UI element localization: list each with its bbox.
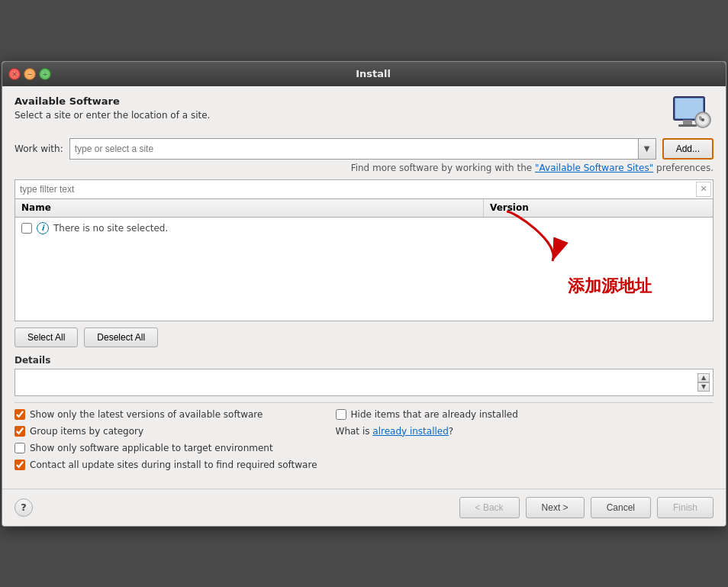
action-buttons-row: Select All Deselect All: [14, 327, 714, 347]
find-more-text-after: preferences.: [653, 163, 714, 173]
header-left: Available Software Select a site or ente…: [14, 95, 210, 121]
deselect-all-button[interactable]: Deselect All: [84, 327, 158, 347]
svg-rect-2: [683, 120, 692, 124]
annotation-text: 添加源地址: [568, 275, 652, 298]
option-what-is-text: What is already installed?: [336, 426, 454, 437]
find-more-text-before: Find more software by working with the: [351, 163, 535, 173]
details-label: Details: [14, 355, 714, 366]
finish-button[interactable]: Finish: [657, 497, 714, 518]
window-title: Install: [57, 68, 689, 79]
cancel-button[interactable]: Cancel: [591, 497, 651, 518]
options-col-left: Show only the latest versions of availab…: [14, 409, 317, 470]
next-button[interactable]: Next >: [526, 497, 585, 518]
annotation-container: 添加源地址: [568, 275, 652, 298]
details-section: Details ▲ ▼: [14, 355, 714, 396]
row-name-text: There is no site selected.: [53, 223, 168, 234]
row-checkbox[interactable]: [21, 223, 32, 234]
filter-clear-button[interactable]: ✕: [696, 182, 711, 197]
option-label-4: Contact all update sites during install …: [30, 460, 317, 470]
site-input[interactable]: [69, 138, 638, 160]
arrow-annotation: [484, 204, 575, 275]
maximize-button[interactable]: +: [39, 68, 51, 80]
option-label-5: Hide items that are already installed: [351, 409, 518, 420]
minimize-button[interactable]: −: [24, 68, 36, 80]
option-checkbox-3[interactable]: [14, 443, 25, 453]
install-window: × − + Install Available Software Select …: [2, 61, 726, 527]
work-with-label: Work with:: [14, 144, 63, 154]
options-section: Show only the latest versions of availab…: [14, 409, 714, 470]
option-row-4: Contact all update sites during install …: [14, 460, 317, 470]
back-button[interactable]: < Back: [459, 497, 520, 518]
find-more-row: Find more software by working with the "…: [14, 163, 714, 173]
option-row-1: Show only the latest versions of availab…: [14, 409, 317, 420]
option-checkbox-5[interactable]: [336, 409, 346, 420]
option-checkbox-2[interactable]: [14, 426, 25, 437]
add-button[interactable]: Add...: [662, 138, 714, 160]
content-area: Available Software Select a site or ente…: [2, 86, 726, 489]
option-label-1: Show only the latest versions of availab…: [30, 409, 263, 420]
table-header: Name Version: [15, 199, 713, 218]
option-row-2: Group items by category: [14, 426, 317, 437]
details-box: ▲ ▼: [14, 369, 714, 396]
header-section: Available Software Select a site or ente…: [14, 95, 714, 132]
section-description: Select a site or enter the location of a…: [14, 110, 210, 121]
scroll-down-arrow[interactable]: ▼: [697, 382, 710, 392]
options-col-right: Hide items that are already installed Wh…: [336, 409, 518, 470]
filter-input[interactable]: [15, 181, 694, 198]
svg-point-7: [701, 118, 704, 121]
footer-buttons: < Back Next > Cancel Finish: [459, 497, 714, 518]
scroll-arrows: ▲ ▼: [697, 373, 710, 392]
footer: ? < Back Next > Cancel Finish: [2, 489, 726, 526]
filter-row: ✕: [14, 179, 714, 199]
table-row: i There is no site selected.: [15, 218, 713, 239]
option-label-3: Show only software applicable to target …: [30, 443, 273, 453]
titlebar-buttons: × − +: [8, 68, 51, 80]
option-checkbox-4[interactable]: [14, 460, 25, 470]
software-table: Name Version i There is no site selected…: [14, 199, 714, 321]
option-row-3: Show only software applicable to target …: [14, 443, 317, 453]
option-row-5: Hide items that are already installed: [336, 409, 518, 420]
scroll-up-arrow[interactable]: ▲: [697, 373, 710, 382]
svg-rect-3: [678, 124, 697, 127]
info-icon: i: [37, 222, 49, 234]
select-all-button[interactable]: Select All: [14, 327, 78, 347]
work-with-row: Work with: ▼ Add...: [14, 138, 714, 160]
available-software-sites-link[interactable]: "Available Software Sites": [535, 163, 653, 173]
monitor-icon: [671, 95, 714, 132]
option-label-2: Group items by category: [30, 426, 143, 437]
titlebar: × − + Install: [2, 62, 726, 86]
option-checkbox-1[interactable]: [14, 409, 25, 420]
section-title: Available Software: [14, 95, 210, 107]
site-combo: ▼: [69, 138, 656, 160]
already-installed-link[interactable]: already installed: [372, 426, 449, 437]
col-name-header: Name: [15, 199, 484, 217]
help-button[interactable]: ?: [14, 498, 33, 517]
option-row-installed: What is already installed?: [336, 426, 518, 437]
separator: [14, 402, 714, 403]
close-button[interactable]: ×: [8, 68, 21, 80]
combo-dropdown-arrow[interactable]: ▼: [638, 138, 656, 160]
footer-left: ?: [14, 498, 459, 517]
